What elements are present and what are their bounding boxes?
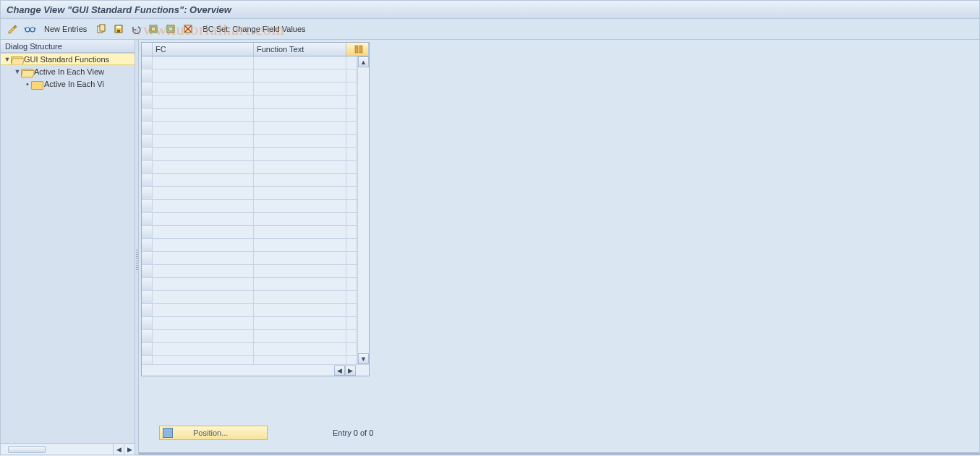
- table-row[interactable]: [142, 317, 357, 330]
- row-selector[interactable]: [142, 330, 153, 342]
- tree-node[interactable]: ▼GUI Standard Functions: [1, 53, 135, 65]
- cell-fc[interactable]: [153, 56, 254, 69]
- cell-function-text[interactable]: [254, 291, 346, 303]
- row-selector[interactable]: [142, 278, 153, 290]
- cell-function-text[interactable]: [254, 356, 346, 364]
- cell-function-text[interactable]: [254, 161, 346, 173]
- grid-vscrollbar[interactable]: ▲ ▼: [357, 56, 369, 364]
- scroll-thumb[interactable]: [8, 446, 46, 453]
- cell-function-text[interactable]: [254, 213, 346, 225]
- grid-col-function-text[interactable]: Function Text: [254, 43, 346, 56]
- row-selector[interactable]: [142, 239, 153, 251]
- row-selector[interactable]: [142, 291, 153, 303]
- cell-function-text[interactable]: [254, 265, 346, 277]
- table-row[interactable]: [142, 187, 357, 200]
- cell-fc[interactable]: [153, 69, 254, 82]
- table-row[interactable]: [142, 239, 357, 252]
- row-selector[interactable]: [142, 122, 153, 134]
- cell-function-text[interactable]: [254, 96, 346, 108]
- cell-fc[interactable]: [153, 96, 254, 108]
- pencil-display-change-icon[interactable]: [5, 22, 20, 36]
- cell-function-text[interactable]: [254, 343, 346, 355]
- scroll-down-icon[interactable]: ▼: [358, 353, 369, 364]
- cell-function-text[interactable]: [254, 226, 346, 238]
- row-selector[interactable]: [142, 56, 153, 69]
- copy-icon[interactable]: [94, 22, 108, 36]
- row-selector[interactable]: [142, 109, 153, 121]
- cell-fc[interactable]: [153, 226, 254, 238]
- tree-hscrollbar[interactable]: ◀ ▶: [1, 443, 135, 455]
- scroll-left-icon[interactable]: ◀: [113, 444, 124, 455]
- cell-fc[interactable]: [153, 187, 254, 199]
- cell-fc[interactable]: [153, 239, 254, 251]
- cell-function-text[interactable]: [254, 252, 346, 264]
- save-icon[interactable]: [111, 22, 126, 36]
- cell-fc[interactable]: [153, 213, 254, 225]
- cell-fc[interactable]: [153, 83, 254, 95]
- cell-function-text[interactable]: [254, 83, 346, 95]
- select-block-icon[interactable]: [163, 22, 178, 36]
- row-selector[interactable]: [142, 317, 153, 329]
- table-row[interactable]: [142, 265, 357, 278]
- table-row[interactable]: [142, 213, 357, 226]
- table-row[interactable]: [142, 291, 357, 304]
- cell-function-text[interactable]: [254, 330, 346, 342]
- cell-fc[interactable]: [153, 148, 254, 160]
- scroll-right-icon[interactable]: ▶: [124, 444, 135, 455]
- cell-fc[interactable]: [153, 317, 254, 329]
- cell-function-text[interactable]: [254, 278, 346, 290]
- cell-function-text[interactable]: [254, 135, 346, 147]
- table-row[interactable]: [142, 69, 357, 83]
- row-selector[interactable]: [142, 343, 153, 355]
- cell-function-text[interactable]: [254, 69, 346, 82]
- row-selector[interactable]: [142, 83, 153, 95]
- tree-collapse-icon[interactable]: ▼: [4, 56, 11, 63]
- table-row[interactable]: [142, 83, 357, 96]
- cell-fc[interactable]: [153, 174, 254, 186]
- row-selector[interactable]: [142, 96, 153, 108]
- table-row[interactable]: [142, 226, 357, 239]
- table-row[interactable]: [142, 174, 357, 187]
- table-row[interactable]: [142, 304, 357, 317]
- cell-function-text[interactable]: [254, 122, 346, 134]
- table-row[interactable]: [142, 343, 357, 356]
- grid-col-fc[interactable]: FC: [153, 43, 254, 56]
- cell-fc[interactable]: [153, 109, 254, 121]
- table-row[interactable]: [142, 200, 357, 213]
- deselect-icon[interactable]: [181, 22, 195, 36]
- bc-set-button[interactable]: BC Set: Change Field Values: [198, 22, 310, 36]
- tree-node[interactable]: •Active In Each Vi: [1, 77, 135, 90]
- row-selector[interactable]: [142, 174, 153, 186]
- undo-icon[interactable]: [129, 22, 143, 36]
- row-selector[interactable]: [142, 200, 153, 212]
- cell-function-text[interactable]: [254, 56, 346, 69]
- table-row[interactable]: [142, 356, 357, 364]
- grid-hscrollbar[interactable]: ◀ ▶: [142, 364, 369, 376]
- cell-function-text[interactable]: [254, 317, 346, 329]
- cell-fc[interactable]: [153, 304, 254, 316]
- cell-fc[interactable]: [153, 356, 254, 364]
- cell-function-text[interactable]: [254, 148, 346, 160]
- scroll-right-icon[interactable]: ▶: [345, 366, 356, 376]
- cell-function-text[interactable]: [254, 109, 346, 121]
- cell-fc[interactable]: [153, 265, 254, 277]
- cell-function-text[interactable]: [254, 304, 346, 316]
- row-selector[interactable]: [142, 265, 153, 277]
- row-selector[interactable]: [142, 135, 153, 147]
- cell-function-text[interactable]: [254, 187, 346, 199]
- position-button[interactable]: Position...: [159, 426, 268, 440]
- cell-fc[interactable]: [153, 330, 254, 342]
- table-row[interactable]: [142, 161, 357, 174]
- table-row[interactable]: [142, 135, 357, 148]
- row-selector[interactable]: [142, 161, 153, 173]
- row-selector[interactable]: [142, 226, 153, 238]
- tree-node[interactable]: ▼Active In Each View: [1, 65, 135, 77]
- cell-fc[interactable]: [153, 200, 254, 212]
- cell-fc[interactable]: [153, 291, 254, 303]
- table-row[interactable]: [142, 252, 357, 265]
- row-selector[interactable]: [142, 356, 153, 364]
- cell-fc[interactable]: [153, 122, 254, 134]
- grid-select-all-header[interactable]: [142, 43, 153, 56]
- row-selector[interactable]: [142, 148, 153, 160]
- cell-function-text[interactable]: [254, 200, 346, 212]
